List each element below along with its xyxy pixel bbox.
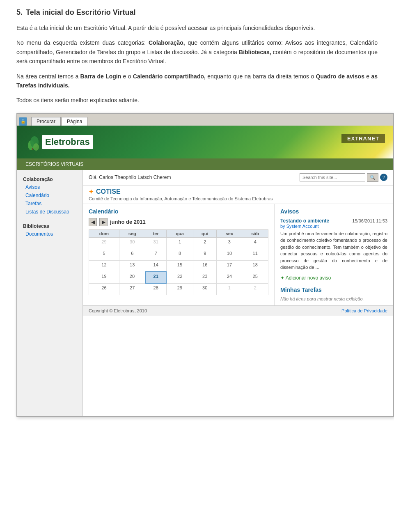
cal-day[interactable]: 13 [119, 260, 145, 272]
cal-day[interactable]: 18 [242, 260, 268, 272]
sp-sidebar: Colaboração Avisos Calendário Tarefas Li… [17, 170, 83, 416]
browser-tab-bar: 🔒 Procurar Página [17, 114, 393, 126]
cal-week-4: 19 20 21 22 23 24 25 [89, 272, 268, 283]
cal-day[interactable]: 10 [217, 249, 242, 260]
svg-point-2 [33, 143, 39, 151]
cal-day[interactable]: 16 [193, 260, 216, 272]
paragraph-2: No menu da esquerda existem duas categor… [16, 38, 378, 66]
cal-day[interactable]: 27 [119, 283, 145, 295]
aviso-add-button[interactable]: ✦ Adicionar novo aviso [280, 275, 387, 281]
sp-help-button[interactable]: ? [380, 174, 387, 181]
cal-prev-button[interactable]: ◀ [89, 218, 97, 226]
section-number: 5. [16, 8, 23, 17]
cal-day[interactable]: 31 [145, 237, 167, 249]
browser-icon: 🔒 [19, 117, 27, 126]
cal-header-qua: qua [166, 229, 193, 237]
cal-day[interactable]: 5 [89, 249, 119, 260]
aviso-author: by System Account [280, 224, 387, 229]
cal-day[interactable]: 4 [242, 237, 268, 249]
cal-day[interactable]: 14 [145, 260, 167, 272]
cal-day[interactable]: 2 [193, 237, 216, 249]
sp-footer-copyright: Copyright © Eletrobras, 2010 [89, 308, 147, 313]
sp-logo-area: Eletrobras [24, 133, 93, 151]
cal-day[interactable]: 11 [242, 249, 268, 260]
avisos-section: Avisos Testando o ambiente 15/06/2011 11… [280, 208, 387, 281]
cal-day[interactable]: 30 [193, 283, 216, 295]
sp-right-content: Avisos Testando o ambiente 15/06/2011 11… [274, 204, 393, 305]
sp-welcome-text: Olá, Carlos Theophilo Latsch Cherem [89, 174, 171, 180]
cal-day[interactable]: 12 [89, 260, 119, 272]
sp-search-area: 🔍 ? [300, 173, 387, 182]
sp-main: Olá, Carlos Theophilo Latsch Cherem 🔍 ? … [83, 170, 393, 416]
cal-day[interactable]: 28 [145, 283, 167, 295]
sidebar-item-calendario[interactable]: Calendário [17, 191, 82, 200]
sp-header: Eletrobras EXTRANET [17, 126, 393, 158]
cal-header-sab: sáb [242, 229, 268, 237]
cal-header-qui: qui [193, 229, 216, 237]
sp-search-input[interactable] [300, 173, 365, 181]
sp-breadcrumb[interactable]: ESCRITÓRIOS VIRTUAIS [21, 158, 87, 170]
cal-day[interactable]: 1 [217, 283, 242, 295]
sidebar-item-avisos[interactable]: Avisos [17, 183, 82, 191]
sp-extranet-badge: EXTRANET [341, 134, 385, 143]
sp-cotise-area: ✦ COTISE Comitê de Tecnologia da Informa… [83, 186, 393, 204]
cal-day[interactable]: 23 [193, 272, 216, 283]
aviso-title[interactable]: Testando o ambiente [280, 218, 329, 224]
paragraph-1: Esta é a tela inicial de um Escritório V… [16, 23, 378, 32]
sp-cotise-subtitle: Comitê de Tecnologia da Informação, Auto… [89, 196, 387, 201]
aviso-text: Um portal é uma ferramenta de colaboraçã… [280, 230, 387, 271]
cal-week-1: 29 30 31 1 2 3 4 [89, 237, 268, 249]
cal-day[interactable]: 25 [242, 272, 268, 283]
cal-day[interactable]: 19 [89, 272, 119, 283]
cal-day[interactable]: 30 [119, 237, 145, 249]
cal-day[interactable]: 24 [217, 272, 242, 283]
browser-tab-procurar[interactable]: Procurar [31, 117, 61, 126]
tarefas-section-title: Minhas Tarefas [280, 287, 387, 293]
cal-day[interactable]: 8 [166, 249, 193, 260]
sp-footer: Copyright © Eletrobras, 2010 Política de… [83, 305, 393, 316]
sp-footer-policy-link[interactable]: Política de Privacidade [341, 308, 387, 313]
cal-day[interactable]: 2 [242, 283, 268, 295]
sp-content: Calendário ◀ ▶ junho de 2011 [83, 204, 393, 305]
browser-tab-pagina[interactable]: Página [62, 117, 87, 126]
sp-body: Colaboração Avisos Calendário Tarefas Li… [17, 170, 393, 416]
cal-day-today[interactable]: 21 [145, 272, 167, 283]
sidebar-item-tarefas[interactable]: Tarefas [17, 200, 82, 208]
cal-next-button[interactable]: ▶ [99, 218, 108, 226]
cal-day[interactable]: 26 [89, 283, 119, 295]
cal-day[interactable]: 29 [166, 283, 193, 295]
cal-day[interactable]: 6 [119, 249, 145, 260]
cal-day[interactable]: 3 [217, 237, 242, 249]
aviso-item: Testando o ambiente 15/06/2011 11:53 by … [280, 218, 387, 271]
cal-day[interactable]: 9 [193, 249, 216, 260]
svg-rect-3 [32, 148, 33, 150]
tarefas-section: Minhas Tarefas Não há itens para mostrar… [280, 287, 387, 301]
cal-week-3: 12 13 14 15 16 17 18 [89, 260, 268, 272]
calendar-section-title: Calendário [89, 208, 268, 215]
cal-header-ter: ter [145, 229, 167, 237]
cal-day[interactable]: 20 [119, 272, 145, 283]
cal-month-title: junho de 2011 [110, 219, 146, 225]
sp-calendar: ◀ ▶ junho de 2011 dom seg [89, 218, 268, 295]
sidebar-category-colaboracao: Colaboração [17, 174, 82, 183]
cal-header-row: dom seg ter qua qui sex sáb [89, 229, 268, 237]
section-title: Tela inicial do Escritório Virtual [26, 8, 135, 17]
cal-nav: ◀ ▶ junho de 2011 [89, 218, 268, 226]
cal-day[interactable]: 15 [166, 260, 193, 272]
cal-day[interactable]: 29 [89, 237, 119, 249]
paragraph-4: Todos os itens serão melhor explicados a… [16, 96, 378, 105]
tarefas-empty-text: Não há itens para mostrar nesta exibição… [280, 296, 387, 301]
sidebar-item-documentos[interactable]: Documentos [17, 230, 82, 238]
cal-week-5: 26 27 28 29 30 1 2 [89, 283, 268, 295]
cal-day[interactable]: 1 [166, 237, 193, 249]
cal-header-seg: seg [119, 229, 145, 237]
cal-header-sex: sex [217, 229, 242, 237]
aviso-title-row: Testando o ambiente 15/06/2011 11:53 [280, 218, 387, 224]
cal-day[interactable]: 17 [217, 260, 242, 272]
browser-screenshot: 🔒 Procurar Página [16, 113, 394, 417]
cotise-icon: ✦ [89, 188, 94, 195]
sp-search-button[interactable]: 🔍 [367, 173, 378, 182]
cal-day[interactable]: 7 [145, 249, 167, 260]
sidebar-item-listas[interactable]: Listas de Discussão [17, 208, 82, 216]
cal-day[interactable]: 22 [166, 272, 193, 283]
